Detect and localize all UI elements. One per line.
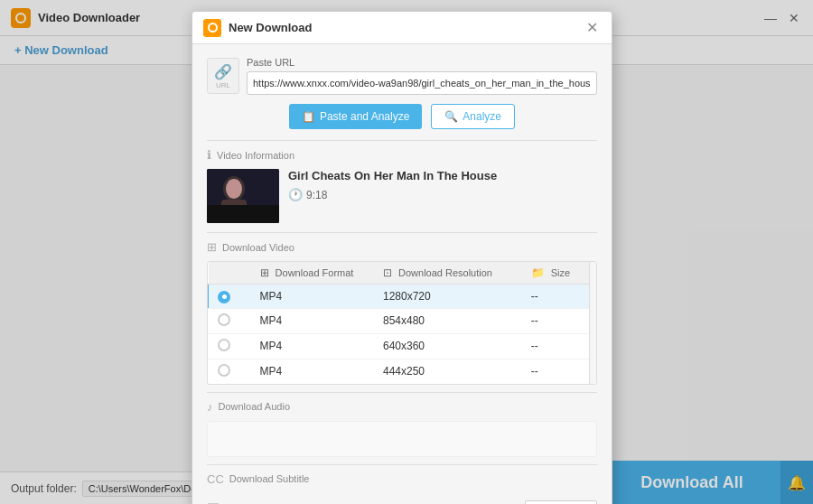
row-size-cell: -- (522, 359, 596, 384)
info-icon: ℹ (207, 148, 211, 162)
paste-analyze-label: Paste and Analyze (320, 110, 409, 123)
size-icon: 📁 (531, 266, 545, 279)
download-table: ⊞ Download Format ⊡ Download Resolution … (208, 262, 596, 384)
thumbnail-image (207, 169, 279, 223)
row-size-cell: -- (522, 333, 596, 359)
row-size-cell: -- (522, 308, 596, 333)
search-icon: 🔍 (444, 110, 458, 123)
download-video-label: Download Video (222, 242, 294, 253)
modal-title: New Download (229, 21, 583, 34)
audio-section-body (207, 421, 597, 457)
download-audio-section-header: ♪ Download Audio (207, 392, 597, 414)
video-info-row: Girl Cheats On Her Man In The House 🕐 9:… (207, 169, 597, 223)
radio-button[interactable] (218, 364, 230, 377)
url-input[interactable] (247, 71, 597, 95)
video-info-label: Video Information (217, 150, 294, 161)
new-download-modal: New Download ✕ 🔗 URL Paste URL 📋 Paste a… (192, 11, 612, 504)
analyze-button[interactable]: 🔍 Analyze (431, 104, 515, 129)
action-buttons: 📋 Paste and Analyze 🔍 Analyze (207, 104, 597, 129)
video-duration-value: 9:18 (306, 189, 327, 201)
video-meta: Girl Cheats On Her Man In The House 🕐 9:… (288, 169, 597, 223)
radio-button[interactable] (218, 291, 230, 303)
video-thumbnail (207, 169, 279, 223)
scroll-track[interactable] (589, 262, 596, 384)
row-format-cell: MP4 (251, 285, 374, 309)
audio-icon: ♪ (207, 400, 213, 414)
radio-button[interactable] (218, 339, 230, 351)
col-header-resolution: ⊡ Download Resolution (374, 262, 522, 285)
table-row[interactable]: MP4 444x250 -- (209, 359, 596, 384)
format-icon: ⊞ (260, 266, 269, 279)
language-select-wrap: ▾ (525, 500, 597, 505)
video-info-section-header: ℹ Video Information (207, 140, 597, 162)
download-video-icon: ⊞ (207, 240, 217, 254)
row-radio-cell[interactable] (209, 359, 251, 384)
row-resolution-cell: 640x360 (374, 333, 522, 359)
paste-url-section: 🔗 URL Paste URL (207, 57, 597, 95)
modal-close-button[interactable]: ✕ (583, 19, 601, 37)
table-row[interactable]: MP4 854x480 -- (209, 308, 596, 333)
col-header-radio (209, 262, 251, 285)
size-header-label: Size (551, 267, 570, 278)
modal-logo (203, 19, 221, 37)
paste-url-label: Paste URL (247, 57, 597, 68)
download-video-section-header: ⊞ Download Video (207, 232, 597, 254)
row-radio-cell[interactable] (209, 285, 251, 309)
col-header-size: 📁 Size (522, 262, 596, 285)
modal-body: 🔗 URL Paste URL 📋 Paste and Analyze 🔍 An… (192, 44, 612, 504)
thumbnail-svg (207, 169, 279, 223)
row-format-cell: MP4 (251, 308, 374, 333)
download-subtitle-section-header: CC Download Subtitle (207, 464, 597, 486)
analyze-label: Analyze (463, 110, 501, 123)
row-format-cell: MP4 (251, 359, 374, 384)
row-resolution-cell: 1280x720 (374, 285, 522, 309)
col-header-format: ⊞ Download Format (251, 262, 374, 285)
link-icon: 🔗 (214, 63, 232, 80)
url-input-area: Paste URL (247, 57, 597, 95)
row-radio-cell[interactable] (209, 333, 251, 359)
svg-rect-4 (207, 205, 279, 223)
video-title: Girl Cheats On Her Man In The House (288, 169, 597, 182)
subtitle-icon: CC (207, 472, 224, 486)
row-format-cell: MP4 (251, 333, 374, 359)
row-size-cell: -- (522, 285, 596, 309)
format-header-label: Download Format (276, 267, 354, 278)
row-resolution-cell: 444x250 (374, 359, 522, 384)
resolution-header-label: Download Resolution (398, 267, 492, 278)
modal-logo-icon (208, 23, 218, 33)
modal-titlebar: New Download ✕ (192, 12, 612, 44)
row-resolution-cell: 854x480 (374, 308, 522, 333)
subtitle-row: Original Subtitles Language ▾ (207, 493, 597, 505)
url-icon: 🔗 URL (207, 58, 239, 94)
resolution-icon: ⊡ (383, 266, 392, 279)
download-subtitle-label: Download Subtitle (229, 473, 310, 484)
table-row[interactable]: MP4 1280x720 -- (209, 285, 596, 309)
table-row[interactable]: MP4 640x360 -- (209, 333, 596, 359)
download-table-wrap: ⊞ Download Format ⊡ Download Resolution … (207, 261, 597, 385)
row-radio-cell[interactable] (209, 308, 251, 333)
download-audio-label: Download Audio (219, 401, 291, 412)
language-select[interactable] (525, 500, 597, 505)
svg-point-2 (226, 179, 242, 199)
language-area: Language ▾ (472, 500, 597, 505)
clock-icon: 🕐 (288, 188, 303, 201)
paste-icon: 📋 (302, 110, 315, 123)
paste-and-analyze-button[interactable]: 📋 Paste and Analyze (289, 104, 422, 129)
video-duration-row: 🕐 9:18 (288, 188, 597, 201)
radio-button[interactable] (218, 313, 230, 326)
